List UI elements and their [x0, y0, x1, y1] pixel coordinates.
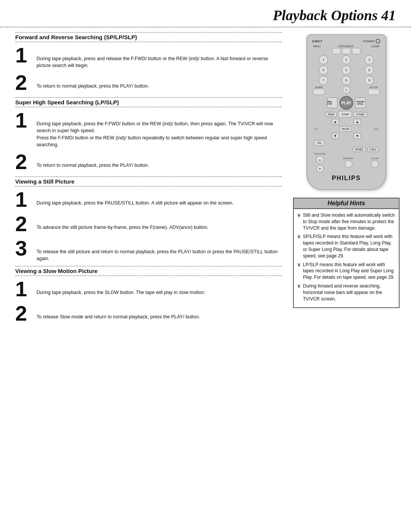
- fadv-button[interactable]: F.ADV: [367, 147, 379, 152]
- hint-item-1: ¥ Still and Slow modes will automaticall…: [298, 212, 395, 231]
- hint-item-4: ¥ During forward and reverse searching, …: [298, 283, 395, 302]
- left-column: Forward and Reverse Searching (SP/LP/SLP…: [15, 30, 289, 327]
- step-text: To release the still picture and return …: [35, 238, 282, 262]
- step-text: To return to normal playback, press the …: [35, 72, 149, 89]
- step-number: 2: [15, 72, 35, 93]
- num-3-button[interactable]: 3: [365, 55, 374, 64]
- eject-label: EJECT: [312, 40, 322, 43]
- numpad: 1 2 3 4 5 6 7 8 9: [312, 55, 380, 85]
- section-heading-super-high-speed: Super High Speed Searching (LP/SLP): [15, 97, 282, 107]
- hint-bullet-3: ¥: [298, 262, 303, 269]
- step-number: 1: [15, 278, 35, 300]
- step-text: During tape playback, press the PAUSE/ST…: [35, 189, 234, 206]
- step-super-2: 2 To return to normal playback, press th…: [15, 151, 282, 173]
- remote-control: EJECT POWER MENU STATUS/EXR CLEAR: [306, 34, 386, 190]
- fm-button[interactable]: FM: [314, 140, 325, 146]
- tracking-up-button[interactable]: ▲: [316, 156, 324, 163]
- pause-button[interactable]: PAUSE STILL: [355, 97, 366, 108]
- step-super-1: 1 During tape playback, press the F.FWD/…: [15, 110, 282, 148]
- brand-label: PHILIPS: [312, 175, 380, 182]
- num-5-button[interactable]: 5: [342, 66, 351, 75]
- step-slow-1: 1 During tape playback, press the SLOW b…: [15, 278, 282, 300]
- sleep-button[interactable]: [313, 89, 325, 95]
- status-button[interactable]: [342, 48, 350, 54]
- ch-up-button[interactable]: ▲: [331, 119, 339, 125]
- helpful-hints-box: Helpful Hints ¥ Still and Slow modes wil…: [293, 198, 400, 308]
- step-number: 3: [15, 238, 35, 259]
- num-8-button[interactable]: 8: [342, 76, 351, 85]
- ch-down-button[interactable]: ▼: [331, 133, 339, 139]
- step-text: During tape playback, press and release …: [35, 45, 282, 69]
- step-number: 1: [15, 45, 35, 66]
- main-content: Forward and Reverse Searching (SP/LP/SLP…: [0, 30, 411, 327]
- num-9-button[interactable]: 9: [365, 76, 374, 85]
- num-0-button[interactable]: 0: [342, 86, 350, 94]
- step-text: During tape playback, press the SLOW but…: [35, 278, 206, 296]
- num-2-button[interactable]: 2: [342, 55, 351, 64]
- step-text: To advance the still picture frame-by-fr…: [35, 213, 209, 231]
- speed-button[interactable]: SPEED: [353, 147, 366, 152]
- step-still-2: 2 To advance the still picture frame-by-…: [15, 213, 282, 235]
- slow-group: SLOW: [371, 157, 379, 168]
- step-number: 2: [15, 151, 35, 173]
- remote-top-row: EJECT POWER: [312, 39, 380, 43]
- play-button[interactable]: PLAY: [339, 96, 353, 110]
- num-1-button[interactable]: 1: [319, 55, 328, 64]
- helpful-hints-content: ¥ Still and Slow modes will automaticall…: [294, 209, 399, 307]
- step-text: To release Slow mode and return to norma…: [35, 303, 200, 320]
- mute-button[interactable]: MUTE: [339, 126, 352, 132]
- section-heading-still-picture: Viewing a Still Picture: [15, 176, 282, 187]
- transport-row: REW STOP F.FWD: [312, 111, 380, 118]
- stop-button[interactable]: STOP: [338, 111, 352, 118]
- step-number: 2: [15, 303, 35, 324]
- hint-bullet-4: ¥: [298, 283, 303, 290]
- step-forward-1: 1 During tape playback, press and releas…: [15, 45, 282, 69]
- menu-btns-row: [312, 48, 380, 54]
- step-text: During tape playback, press the F.FWD/ b…: [35, 110, 282, 148]
- memory-button[interactable]: [345, 160, 352, 168]
- hint-bullet-2: ¥: [298, 233, 303, 241]
- step-number: 2: [15, 213, 35, 235]
- section-heading-slow-motion: Viewing a Slow Motion Picture: [15, 266, 282, 276]
- ch-vol-labels: CH MUTE VOL: [312, 126, 380, 132]
- vol-up-button[interactable]: ▲: [354, 119, 361, 125]
- ffwd-button[interactable]: F.FWD: [354, 112, 367, 117]
- slow-button[interactable]: [371, 160, 379, 168]
- section-heading-forward-reverse: Forward and Reverse Searching (SP/LP/SLP…: [15, 32, 282, 42]
- tracking-row: TRACKING ▲ ▼ MEMORY SLOW: [312, 153, 380, 173]
- fm-row: FM: [312, 140, 380, 146]
- num-4-button[interactable]: 4: [319, 66, 328, 75]
- vol-down-button[interactable]: ▼: [354, 133, 361, 139]
- altch-button[interactable]: [368, 89, 379, 95]
- hint-text-4: During forward and reverse searching, ho…: [303, 283, 395, 302]
- right-column: EJECT POWER MENU STATUS/EXR CLEAR: [289, 30, 411, 327]
- tracking-down-button[interactable]: ▼: [316, 165, 324, 173]
- step-still-1: 1 During tape playback, press the PAUSE/…: [15, 189, 282, 210]
- tracking-group: TRACKING ▲ ▼: [314, 153, 326, 173]
- speed-row: SPEED F.ADV: [312, 147, 380, 152]
- hint-bullet-1: ¥: [298, 212, 303, 219]
- rec-button[interactable]: REC CTR: [327, 97, 338, 108]
- page-header: Playback Options 41: [0, 0, 411, 27]
- menu-status-row: MENU STATUS/EXR CLEAR: [312, 45, 380, 48]
- hint-item-3: ¥ LP/SLP means this feature will work wi…: [298, 262, 395, 281]
- hint-text-3: LP/SLP means this feature will work with…: [303, 262, 395, 281]
- sleep-label: SLEEP: [315, 86, 322, 88]
- memory-group: MEMORY: [343, 157, 354, 168]
- play-section: REC CTR PLAY PAUSE STILL: [312, 96, 380, 110]
- helpful-hints-title: Helpful Hints: [294, 198, 399, 209]
- step-forward-2: 2 To return to normal playback, press th…: [15, 72, 282, 93]
- power-icon[interactable]: [376, 39, 380, 43]
- arrow-row-down: ▼ ▼: [312, 133, 380, 139]
- hint-text-2: SP/LP/SLP means this feature will work w…: [303, 233, 395, 259]
- hint-item-2: ¥ SP/LP/SLP means this feature will work…: [298, 233, 395, 259]
- step-text: To return to normal playback, press the …: [35, 151, 149, 169]
- page-title: Playback Options 41: [273, 7, 396, 24]
- hint-text-1: Still and Slow modes will automatically …: [303, 212, 395, 231]
- num-7-button[interactable]: 7: [319, 76, 328, 85]
- clear-button[interactable]: [352, 48, 360, 54]
- step-still-3: 3 To release the still picture and retur…: [15, 238, 282, 262]
- menu-button[interactable]: [332, 48, 341, 54]
- rew-button[interactable]: REW: [325, 112, 337, 117]
- num-6-button[interactable]: 6: [365, 66, 374, 75]
